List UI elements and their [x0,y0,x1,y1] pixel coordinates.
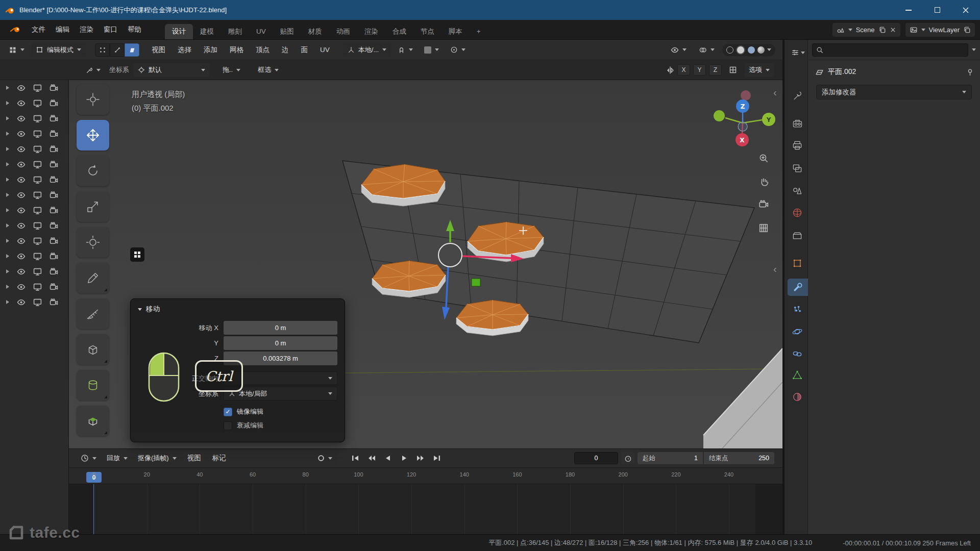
props-tab-output[interactable] [788,137,807,154]
falloff-checkbox[interactable] [224,421,232,430]
expand-icon[interactable] [6,178,9,182]
add-workspace-button[interactable]: + [470,24,488,39]
workspace-tab-animation[interactable]: 动画 [329,24,357,39]
render-visibility-icon[interactable] [50,176,58,184]
props-tab-data[interactable] [788,366,807,384]
mirror-z-button[interactable]: Z [709,64,722,76]
render-visibility-icon[interactable] [50,237,58,245]
menu-help[interactable]: 帮助 [122,20,146,39]
expand-icon[interactable] [6,239,9,243]
expand-icon[interactable] [6,208,9,212]
tool-move[interactable] [77,120,109,151]
playback-menu[interactable]: 回放 [102,452,132,465]
pan-button[interactable] [755,173,772,190]
viewport-visibility-icon[interactable] [33,206,42,215]
move-x-field[interactable]: 0 m [224,321,337,335]
render-visibility-icon[interactable] [50,145,58,154]
hide-eye-icon[interactable] [17,176,26,184]
jump-to-end-button[interactable] [430,452,444,464]
expand-icon[interactable] [6,132,9,136]
vertex-select-button[interactable] [95,43,110,57]
viewport-visibility-icon[interactable] [33,191,42,199]
workspace-tab-sculpt[interactable]: 雕刻 [221,24,249,39]
tool-annotate[interactable] [77,263,109,293]
expand-icon[interactable] [6,162,9,166]
overlays-dropdown[interactable] [694,43,719,57]
tool-scale[interactable] [77,191,109,222]
timeline-editor-type-button[interactable] [76,452,101,465]
sidebar-collapse-icon[interactable]: ‹ [773,87,777,97]
outliner-row[interactable] [0,218,68,233]
nav-axis-y-neg-ball[interactable] [714,110,725,121]
viewport-visibility-icon[interactable] [33,99,42,108]
workspace-tab-scripting[interactable]: 脚本 [442,24,470,39]
hide-eye-icon[interactable] [17,221,26,230]
close-icon[interactable] [890,27,896,33]
render-visibility-icon[interactable] [50,160,58,169]
minimize-button[interactable] [894,0,923,20]
menu-edit[interactable]: 编辑 [51,20,75,39]
workspace-tab-compositing[interactable]: 合成 [385,24,413,39]
timeline-ruler[interactable]: 0 020406080100120140160180200220240 [69,468,782,484]
timeline-body[interactable] [69,484,782,534]
timeline-marker-menu[interactable]: 标记 [207,448,231,468]
expand-icon[interactable] [6,116,9,120]
render-visibility-icon[interactable] [50,298,58,307]
menu-file[interactable]: 文件 [27,20,51,39]
expand-icon[interactable] [6,86,9,90]
add-modifier-button[interactable]: 添加修改器 [816,85,972,99]
face-select-button[interactable] [125,43,139,57]
drag-dropdown[interactable]: 拖.. [218,63,245,77]
shading-rendered-button[interactable] [757,46,765,54]
expand-icon[interactable] [6,223,9,228]
outliner-row[interactable] [0,172,68,187]
edge-select-button[interactable] [110,43,125,57]
tool-add-cube[interactable] [77,334,109,365]
render-visibility-icon[interactable] [50,99,58,108]
hide-eye-icon[interactable] [17,237,26,245]
render-visibility-icon[interactable] [50,252,58,261]
hide-eye-icon[interactable] [17,298,26,307]
hide-eye-icon[interactable] [17,252,26,261]
expand-icon[interactable] [6,285,9,289]
hide-eye-icon[interactable] [17,191,26,199]
props-tab-world[interactable] [788,204,807,221]
outliner-row[interactable] [0,157,68,172]
camera-view-button[interactable] [755,195,772,213]
viewport-visibility-icon[interactable] [33,252,42,261]
menu-uv[interactable]: UV [315,40,335,60]
workspace-tab-nodes[interactable]: 节点 [413,24,442,39]
render-visibility-icon[interactable] [50,221,58,230]
props-tab-render[interactable] [788,115,807,132]
expand-icon[interactable] [6,101,9,105]
zoom-button[interactable] [755,149,772,167]
props-tab-tool[interactable] [788,87,807,104]
mirror-checkbox[interactable] [224,408,232,416]
props-tab-particles[interactable] [788,301,807,318]
proportional-edit-dropdown[interactable] [446,43,470,57]
prev-keyframe-button[interactable] [364,452,379,464]
search-input[interactable] [826,46,964,54]
outliner-row[interactable] [0,279,68,294]
menu-mesh[interactable]: 网格 [225,40,249,60]
current-frame-field[interactable]: 0 [574,452,618,464]
menu-window[interactable]: 窗口 [99,20,122,39]
tool-cursor[interactable] [77,84,109,115]
snap-target-dropdown[interactable] [420,43,444,57]
workspace-tab-uv[interactable]: UV [249,24,273,39]
viewport-visibility-icon[interactable] [33,160,42,169]
panel-collapse-icon[interactable]: ‹ [773,264,777,274]
coord-system-dropdown[interactable]: 默认 [133,63,210,77]
tool-measure[interactable] [77,298,109,329]
keying-menu[interactable]: 抠像(插帧) [133,452,181,465]
viewport-visibility-icon[interactable] [33,267,42,276]
filter-chevron-icon[interactable] [972,48,976,51]
workspace-tab-texture[interactable]: 贴图 [273,24,301,39]
outliner-row[interactable] [0,203,68,218]
hide-eye-icon[interactable] [17,160,26,169]
props-tab-constraints[interactable] [788,345,807,362]
tool-extrude[interactable] [77,406,109,436]
hide-eye-icon[interactable] [17,267,26,276]
props-tab-scene[interactable] [788,182,807,199]
expand-icon[interactable] [6,300,9,304]
